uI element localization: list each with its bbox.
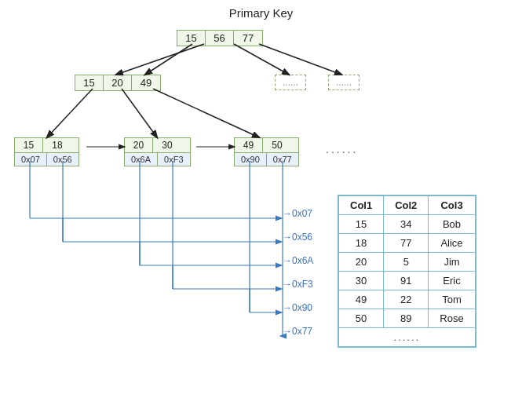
addr-label-1: →0x07: [283, 208, 312, 219]
svg-line-5: [122, 89, 157, 137]
leaf1-key2: 18: [43, 138, 71, 152]
root-cell-1: 15: [177, 31, 206, 46]
table-dots-row: ......: [339, 328, 476, 347]
leaf2-key1: 20: [125, 138, 153, 152]
addr-label-4: →0xF3: [283, 279, 313, 290]
internal-node-1: 15 20 49: [75, 75, 161, 91]
addr-label-6: →0x77: [283, 326, 312, 337]
leaf3-key1: 49: [235, 138, 263, 152]
root-cell-2: 56: [206, 31, 234, 46]
leaf-node-3: 49 50 0x90 0x77: [234, 137, 299, 166]
leaf-node-1: 15 18 0x07 0x56: [14, 137, 79, 166]
internal-cell-3: 49: [132, 75, 160, 90]
table-row: 1877Alice: [339, 234, 476, 253]
data-table: Col1 Col2 Col3 1534Bob 1877Alice 205Jim …: [338, 195, 476, 348]
svg-line-1: [116, 44, 204, 75]
addr-label-2: →0x56: [283, 232, 312, 243]
addr-label-5: →0x90: [283, 302, 312, 313]
leaf3-addr1: 0x90: [235, 153, 267, 166]
svg-line-2: [234, 44, 289, 75]
leaf-dots: ......: [326, 143, 358, 155]
leaf3-addr2: 0x77: [267, 153, 298, 166]
table-row: 3091Eric: [339, 272, 476, 290]
col-header-2: Col2: [384, 196, 429, 215]
internal-cell-2: 20: [104, 75, 132, 90]
ellipsis-node-1: ......: [275, 75, 306, 90]
table-row: 1534Bob: [339, 215, 476, 234]
svg-line-0: [145, 44, 192, 75]
svg-line-3: [259, 44, 341, 75]
leaf1-addr2: 0x56: [47, 153, 78, 166]
addr-label-3: →0x6A: [283, 255, 313, 266]
leaf2-addr2: 0xF3: [158, 153, 189, 166]
leaf2-addr1: 0x6A: [125, 153, 158, 166]
internal-cell-1: 15: [75, 75, 104, 90]
leaf2-key2: 30: [153, 138, 181, 152]
ellipsis-node-2: ......: [328, 75, 360, 90]
svg-line-4: [47, 89, 93, 137]
leaf1-key1: 15: [15, 138, 43, 152]
page-title: Primary Key: [0, 0, 522, 20]
svg-line-6: [153, 89, 259, 137]
leaf-node-2: 20 30 0x6A 0xF3: [124, 137, 191, 166]
table-row: 205Jim: [339, 253, 476, 272]
table-row: 4922Tom: [339, 290, 476, 309]
leaf3-key2: 50: [263, 138, 291, 152]
root-node: 15 56 77: [177, 30, 263, 46]
col-header-3: Col3: [429, 196, 475, 215]
leaf1-addr1: 0x07: [15, 153, 47, 166]
table-row: 5089Rose: [339, 309, 476, 328]
root-cell-3: 77: [234, 31, 262, 46]
col-header-1: Col1: [339, 196, 384, 215]
